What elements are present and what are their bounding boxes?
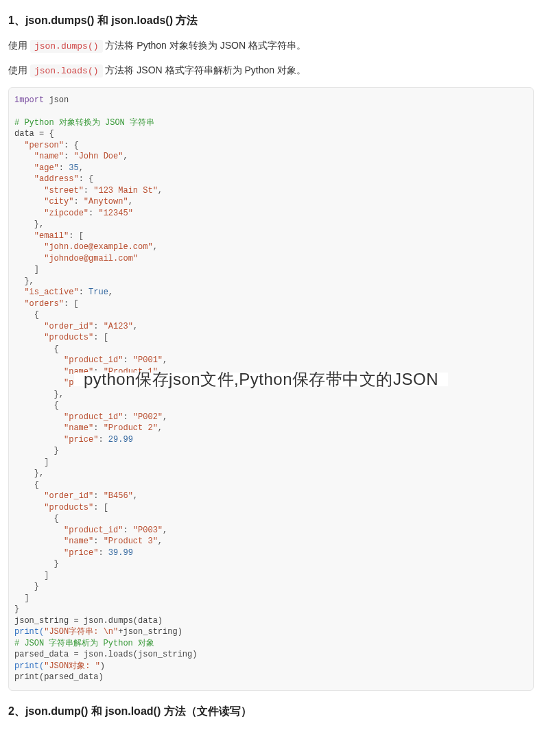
section-2-title: 2、json.dump() 和 json.load() 方法（文件读写）	[8, 705, 534, 719]
code-fn: print(	[14, 661, 44, 671]
code-key: "name"	[64, 423, 93, 433]
code-key: "order_id"	[44, 491, 93, 501]
code-key: "city"	[44, 197, 73, 206]
code-pun: ,	[153, 242, 158, 252]
code-val: "12345"	[98, 209, 132, 218]
code-pun: :	[89, 209, 98, 218]
code-pun: ,	[123, 152, 128, 161]
code-pun: ]	[14, 265, 39, 274]
code-str: "JSON字符串: \n"	[44, 627, 118, 637]
code-key: "person"	[24, 141, 64, 150]
code-key: "email"	[34, 231, 69, 241]
code-key: "zipcode"	[44, 209, 89, 218]
code-pun: {	[14, 480, 39, 490]
code-pun: ,	[133, 491, 138, 501]
inline-code-dumps: json.dumps()	[30, 40, 103, 53]
code-pun: }	[14, 582, 39, 591]
code-key: "address"	[34, 174, 79, 184]
code-pun: : [	[69, 231, 84, 241]
code-indent	[14, 378, 64, 388]
code-pun: :	[93, 322, 103, 331]
section-1-title: 1、json.dumps() 和 json.loads() 方法	[8, 14, 534, 28]
code-val: "Anytown"	[84, 197, 128, 206]
code-val: "john.doe@example.com"	[44, 242, 152, 252]
code-indent	[14, 254, 44, 263]
code-indent	[14, 186, 44, 196]
code-pun: :	[73, 197, 83, 206]
code-pun: : [	[93, 333, 108, 342]
desc-2-pre: 使用	[8, 64, 30, 75]
code-pun: }	[14, 604, 19, 614]
code-indent	[14, 435, 64, 445]
code-pun: :	[93, 491, 103, 501]
code-pun: : {	[64, 141, 79, 150]
code-indent	[14, 163, 34, 173]
code-indent	[14, 242, 44, 252]
code-indent	[14, 536, 64, 546]
code-key: "is_active"	[24, 287, 78, 297]
code-pun: {	[14, 514, 59, 523]
code-indent	[14, 322, 44, 331]
code-pun: : {	[79, 174, 94, 184]
code-key: "street"	[44, 186, 84, 196]
code-block: import json # Python 对象转换为 JSON 字符串 data…	[8, 87, 534, 691]
code-indent	[14, 367, 64, 377]
desc-2: 使用 json.loads() 方法将 JSON 格式字符串解析为 Python…	[8, 62, 534, 79]
code-pun: ]	[14, 593, 30, 603]
watermark-overlay: python保存json文件,Python保存带中文的JSON	[74, 373, 448, 387]
code-pun: :	[59, 163, 69, 173]
code-key: "price"	[64, 548, 98, 558]
code-indent	[14, 548, 64, 558]
code-pun: ]	[14, 571, 49, 580]
code-indent	[14, 174, 34, 184]
code-pun: },	[14, 276, 34, 286]
code-text: print(parsed_data)	[14, 672, 104, 682]
code-key: "name"	[64, 536, 93, 546]
code-text: +json_string)	[118, 627, 182, 637]
code-pun: ,	[128, 197, 133, 206]
code-comment: # JSON 字符串解析为 Python 对象	[14, 639, 154, 648]
code-indent	[14, 209, 44, 218]
code-indent	[14, 287, 24, 297]
code-val: "johndoe@gmail.com"	[44, 254, 138, 263]
code-pun: :	[123, 412, 132, 422]
code-indent	[14, 197, 44, 206]
code-pun: :	[93, 423, 103, 433]
code-val: "A123"	[104, 322, 133, 331]
code-pun: ,	[163, 412, 167, 422]
desc-1: 使用 json.dumps() 方法将 Python 对象转换为 JSON 格式…	[8, 38, 534, 54]
code-pun: },	[14, 220, 44, 229]
code-text: parsed_data = json.loads(json_string)	[14, 650, 197, 659]
code-kw: import	[14, 95, 44, 105]
code-indent	[14, 152, 34, 161]
code-pun: : [	[93, 503, 108, 512]
code-bool: True	[89, 287, 108, 297]
desc-2-post: 方法将 JSON 格式字符串解析为 Python 对象。	[105, 64, 305, 75]
code-indent	[14, 141, 24, 150]
code-comment: # Python 对象转换为 JSON 字符串	[14, 118, 154, 128]
code-indent	[14, 503, 44, 512]
code-text: json_string = json.dumps(data)	[14, 616, 163, 626]
code-pun: :	[123, 355, 132, 365]
code-fn: print(	[14, 627, 44, 637]
code-text: json	[44, 95, 69, 105]
code-val: "Product 3"	[104, 536, 158, 546]
code-pun: ,	[163, 525, 167, 535]
code-key: "product_id"	[64, 355, 123, 365]
code-pun: :	[64, 152, 73, 161]
code-pun: :	[98, 548, 108, 558]
code-key: "product_id"	[64, 412, 123, 422]
code-pun: ,	[133, 322, 138, 331]
code-key: "product_id"	[64, 525, 123, 535]
code-pun: ,	[158, 423, 163, 433]
code-pun: :	[98, 435, 108, 445]
code-num: 39.99	[108, 548, 133, 558]
code-pun: :	[123, 525, 132, 535]
code-pun: }	[14, 559, 59, 569]
code-pun: ]	[14, 458, 49, 467]
code-indent	[14, 231, 34, 241]
code-text: )	[100, 661, 105, 671]
code-val: "Product 2"	[104, 423, 158, 433]
code-pun: ,	[108, 287, 113, 297]
code-pun: :	[93, 536, 103, 546]
